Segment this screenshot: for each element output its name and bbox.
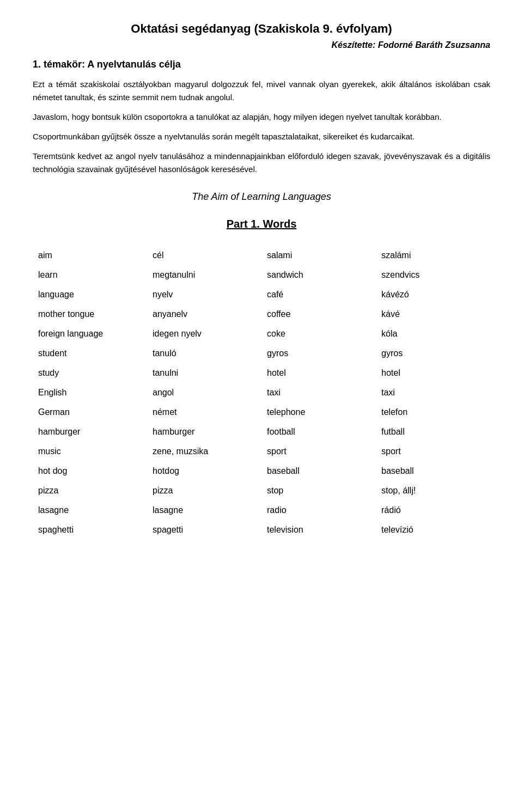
paragraph-1: Ezt a témát szakiskolai osztályokban mag…: [33, 78, 490, 104]
aim-title: The Aim of Learning Languages: [33, 191, 490, 203]
paragraph-4: Teremtsünk kedvet az angol nyelv tanulás…: [33, 150, 490, 176]
main-title: Oktatási segédanyag (Szakiskola 9. évfol…: [33, 22, 490, 36]
table-row: spaghettispagettitelevisiontelevízió: [33, 520, 490, 540]
table-row: aimcélsalamiszalámi: [33, 246, 490, 265]
table-row: lasagnelasagneradiorádió: [33, 500, 490, 520]
topic-title: 1. témakör: A nyelvtanulás célja: [33, 59, 490, 70]
table-row: Englishangoltaxitaxi: [33, 383, 490, 402]
table-row: hamburgerhamburgerfootballfutball: [33, 422, 490, 442]
table-row: foreign languageidegen nyelvcokekóla: [33, 324, 490, 344]
paragraph-3: Csoportmunkában gyűjtsék össze a nyelvta…: [33, 130, 490, 143]
table-row: Germannémettelephonetelefon: [33, 402, 490, 422]
table-row: mother tongueanyanelvcoffeekávé: [33, 304, 490, 324]
part-title: Part 1. Words: [33, 218, 490, 230]
author-line: Készítette: Fodorné Baráth Zsuzsanna: [33, 40, 490, 50]
table-row: studytanulnihotelhotel: [33, 363, 490, 383]
table-row: pizzapizzastopstop, állj!: [33, 481, 490, 500]
table-row: languagenyelvcafékávézó: [33, 285, 490, 304]
table-row: learnmegtanulnisandwichszendvics: [33, 265, 490, 285]
table-row: musiczene, muzsikasportsport: [33, 442, 490, 461]
table-row: studenttanulógyrosgyros: [33, 344, 490, 363]
paragraph-2: Javaslom, hogy bontsuk külön csoportokra…: [33, 111, 490, 124]
words-table: aimcélsalamiszalámilearnmegtanulnisandwi…: [33, 246, 490, 540]
table-row: hot doghotdogbaseballbaseball: [33, 461, 490, 481]
